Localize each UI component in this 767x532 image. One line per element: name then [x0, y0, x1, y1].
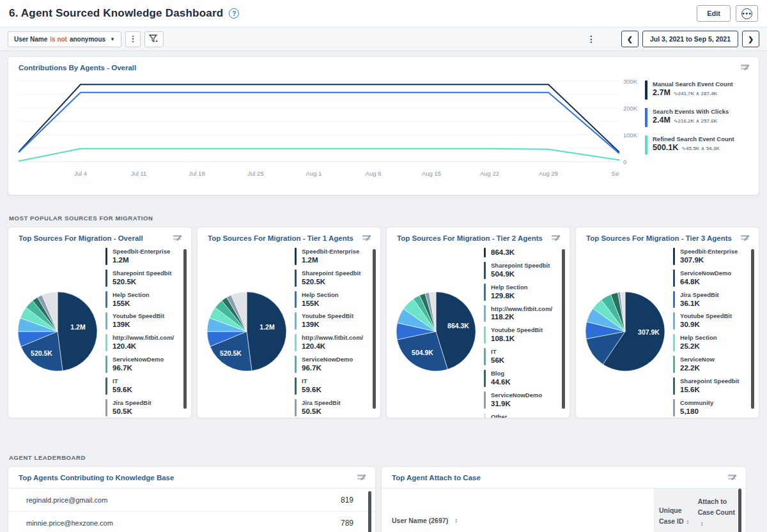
- pie-slice[interactable]: [58, 292, 97, 371]
- pie-legend-item[interactable]: Youtube SpeedBit108.1K: [484, 326, 558, 344]
- legend-slice-name: http://www.fitbit.com/: [302, 334, 363, 342]
- legend-slice-value: 155K: [302, 299, 339, 308]
- card-options-icon[interactable]: [362, 234, 371, 242]
- pie-legend-item[interactable]: Community5,180: [673, 399, 747, 416]
- agent-count: 789: [341, 519, 353, 528]
- pie-legend-item[interactable]: http://www.fitbit.com/120.4K: [295, 334, 369, 351]
- agent-count: 819: [341, 496, 353, 505]
- scrollbar-thumb[interactable]: [368, 491, 371, 532]
- legend-color-bar: [673, 377, 675, 395]
- scrollbar-thumb[interactable]: [562, 249, 565, 409]
- pie-legend-item[interactable]: IT56K: [484, 348, 558, 365]
- filter-field: User Name: [14, 36, 47, 43]
- line-series-2[interactable]: [19, 149, 619, 161]
- sort-icon: ▲▼: [454, 518, 458, 523]
- pie-legend-item[interactable]: ServiceNowDemo31.9K: [484, 391, 558, 409]
- pie-legend-item[interactable]: Sharepoint Speedbit15.6K: [673, 377, 747, 395]
- scrollbar-thumb[interactable]: [183, 249, 187, 409]
- pie-legend-item[interactable]: IT59.6K: [295, 377, 369, 395]
- add-filter-button[interactable]: +: [144, 31, 164, 47]
- attach-table-header: User Name (2697) ▲▼ Unique Case ID▲▼ Att…: [382, 488, 746, 532]
- pie-legend-item[interactable]: Jira SpeedBit50.5K: [295, 399, 369, 416]
- pie-legend-item[interactable]: Speedbit-Enterprise1.2M: [295, 248, 369, 265]
- pie-legend-item[interactable]: Youtube SpeedBit139K: [295, 312, 369, 330]
- scrollbar-thumb[interactable]: [751, 249, 754, 409]
- pie-legend-item[interactable]: Sharepoint Speedbit520.5K: [105, 270, 180, 287]
- pie-legend-item[interactable]: Speedbit-Enterprise1.2M: [105, 248, 180, 265]
- pie-legend-item[interactable]: Youtube SpeedBit30.9K: [673, 312, 747, 330]
- pie-legend-item[interactable]: IT59.6K: [105, 377, 180, 395]
- pie-legend-item[interactable]: Jira SpeedBit36.1K: [673, 291, 747, 308]
- card-options-icon[interactable]: [173, 234, 182, 242]
- pie-legend-item[interactable]: ServiceNow22.2K: [673, 356, 747, 373]
- pie-legend-item[interactable]: Help Section155K: [295, 291, 369, 308]
- pie-legend-item[interactable]: Jira SpeedBit50.5K: [105, 399, 180, 416]
- column-header-unique-case-id[interactable]: Unique Case ID▲▼: [654, 489, 693, 532]
- legend-slice-value: 108.1K: [491, 334, 543, 344]
- legend-color-bar: [105, 270, 107, 287]
- pie-chart[interactable]: 1.2M520.5K: [17, 291, 98, 372]
- pie-slice[interactable]: [247, 292, 286, 371]
- pie-legend-item[interactable]: Youtube SpeedBit139K: [105, 312, 180, 330]
- x-tick-label: Aug 8: [366, 170, 382, 177]
- x-tick-label: Jul 18: [189, 170, 205, 177]
- scrollbar-thumb[interactable]: [738, 489, 741, 532]
- dashboard-content: Contributions By Agents - Overall Jul 4J…: [0, 51, 767, 532]
- pie-legend-item[interactable]: http://www.fitbit.com/120.4K: [105, 334, 180, 351]
- pie-chart[interactable]: 1.2M520.5K: [206, 291, 287, 372]
- y-tick-label: 100K: [623, 132, 637, 139]
- leaderboard-section-label: AGENT LEADERBOARD: [9, 454, 758, 461]
- card-options-icon[interactable]: [357, 473, 366, 482]
- x-tick-label: Sep 5: [612, 170, 619, 177]
- pie-legend-item[interactable]: Sharepoint Speedbit520.5K: [295, 270, 369, 287]
- pie-legend-item[interactable]: Speedbit-Enterprise307.9K: [673, 248, 747, 265]
- svg-text:+: +: [155, 39, 158, 43]
- date-next-button[interactable]: ❯: [742, 31, 759, 47]
- legend-series-name: Manual Search Event Count: [653, 80, 733, 87]
- filter-chip[interactable]: User Name is not anonymous ▼: [8, 31, 121, 47]
- column-header-attach-count[interactable]: Attach to Case Count ▲▼: [693, 489, 738, 532]
- pie-chart[interactable]: 864.3K504.9K: [396, 291, 476, 372]
- line-legend-item[interactable]: Refined Search Event Count500.1K∿45.5K ∧…: [645, 135, 748, 155]
- card-options-icon[interactable]: [740, 63, 750, 72]
- pie-legend-item[interactable]: 864.3K: [484, 248, 558, 257]
- pie-chart[interactable]: 307.9K: [585, 291, 665, 372]
- pie-legend-item[interactable]: Help Section129.8K: [484, 284, 558, 301]
- pie-legend-item[interactable]: ServiceNowDemo96.7K: [105, 356, 180, 373]
- line-chart[interactable]: Jul 4Jul 11Jul 18Jul 25Aug 1Aug 8Aug 15A…: [19, 77, 619, 180]
- legend-color-bar: [105, 377, 107, 395]
- pie-legend-item[interactable]: Blog44.6K: [484, 370, 558, 387]
- card-options-icon[interactable]: [740, 234, 750, 242]
- line-legend-item[interactable]: Manual Search Event Count2.7M∿241.7K ∧ 2…: [645, 80, 748, 100]
- pie-legend-item[interactable]: Other52.5K: [484, 413, 558, 418]
- sources-card-2: Top Sources For Migration - Tier 2 Agent…: [386, 227, 570, 418]
- edit-button[interactable]: Edit: [697, 5, 731, 22]
- legend-slice-value: 50.5K: [112, 407, 151, 416]
- card-options-icon[interactable]: [551, 234, 561, 242]
- pie-legend-item[interactable]: ServiceNowDemo64.8K: [673, 270, 747, 287]
- legend-color-bar: [295, 334, 297, 351]
- legend-series-name: Refined Search Event Count: [653, 135, 734, 142]
- filter-kebab-button[interactable]: ⋮: [125, 31, 141, 47]
- pie-legend-item[interactable]: Help Section155K: [105, 291, 180, 308]
- dashboard-kebab-icon[interactable]: ⋮: [583, 34, 600, 44]
- card-options-icon[interactable]: [727, 473, 737, 482]
- more-options-button[interactable]: ●●●: [736, 5, 758, 22]
- date-prev-button[interactable]: ❮: [621, 31, 639, 47]
- legend-color-bar: [105, 291, 107, 308]
- help-icon[interactable]: ?: [229, 8, 239, 19]
- ellipsis-circle-icon: ●●●: [741, 8, 752, 19]
- pie-legend-item[interactable]: http://www.fitbit.com/118.2K: [484, 305, 558, 323]
- legend-series-name: Search Events With Clicks: [653, 108, 729, 115]
- legend-slice-value: 120.4K: [112, 342, 174, 351]
- pie-legend-item[interactable]: Sharepoint Speedbit504.9K: [484, 262, 558, 279]
- page-title: 6. Agent Sourced Knowledge Dashboard: [9, 7, 223, 20]
- date-range-button[interactable]: Jul 3, 2021 to Sep 5, 2021: [642, 31, 738, 47]
- scrollbar-thumb[interactable]: [373, 249, 376, 409]
- line-legend-item[interactable]: Search Events With Clicks2.4M∿216.2K ∧ 2…: [645, 108, 748, 127]
- pie-slice-label: 1.2M: [70, 323, 85, 331]
- line-series-1[interactable]: [19, 93, 619, 154]
- pie-legend-item[interactable]: ServiceNowDemo96.7K: [295, 356, 369, 373]
- column-header-user-name[interactable]: User Name (2697) ▲▼: [392, 517, 458, 524]
- pie-legend-item[interactable]: Help Section25.2K: [673, 334, 747, 351]
